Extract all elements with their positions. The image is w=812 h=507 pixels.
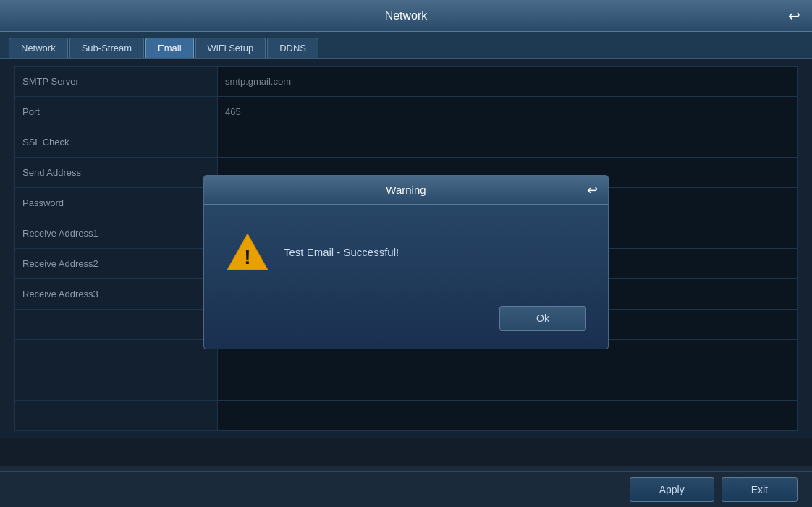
ok-button[interactable]: Ok bbox=[499, 306, 586, 331]
modal-footer: Ok bbox=[204, 291, 608, 349]
content-wrapper: SMTP Server smtp.gmail.com Port 465 SSL … bbox=[0, 59, 812, 466]
modal-body: ! Test Email - Successful! bbox=[204, 205, 608, 291]
tab-wifi-setup[interactable]: WiFi Setup bbox=[195, 38, 266, 58]
warning-triangle-icon: ! bbox=[226, 232, 269, 271]
tab-network[interactable]: Network bbox=[9, 38, 68, 58]
modal-message: Test Email - Successful! bbox=[284, 246, 399, 258]
modal-close-icon[interactable]: ↩ bbox=[587, 182, 598, 198]
apply-button[interactable]: Apply bbox=[630, 477, 714, 502]
exit-button[interactable]: Exit bbox=[722, 477, 798, 502]
modal-title: Warning bbox=[386, 184, 426, 196]
tab-ddns[interactable]: DDNS bbox=[267, 38, 318, 58]
title-bar-close-icon[interactable]: ↩ bbox=[788, 7, 800, 25]
svg-text:!: ! bbox=[244, 246, 250, 268]
modal-overlay: Warning ↩ ! Test Email - Successful! Ok bbox=[0, 59, 812, 466]
tab-sub-stream[interactable]: Sub-Stream bbox=[69, 38, 144, 58]
tab-email[interactable]: Email bbox=[145, 38, 194, 58]
title-bar: Network ↩ bbox=[0, 0, 812, 32]
bottom-bar: Apply Exit bbox=[0, 471, 812, 507]
tabs-bar: Network Sub-Stream Email WiFi Setup DDNS bbox=[0, 32, 812, 59]
window-title: Network bbox=[385, 9, 428, 22]
modal-title-bar: Warning ↩ bbox=[204, 176, 608, 205]
warning-modal: Warning ↩ ! Test Email - Successful! Ok bbox=[203, 175, 609, 349]
